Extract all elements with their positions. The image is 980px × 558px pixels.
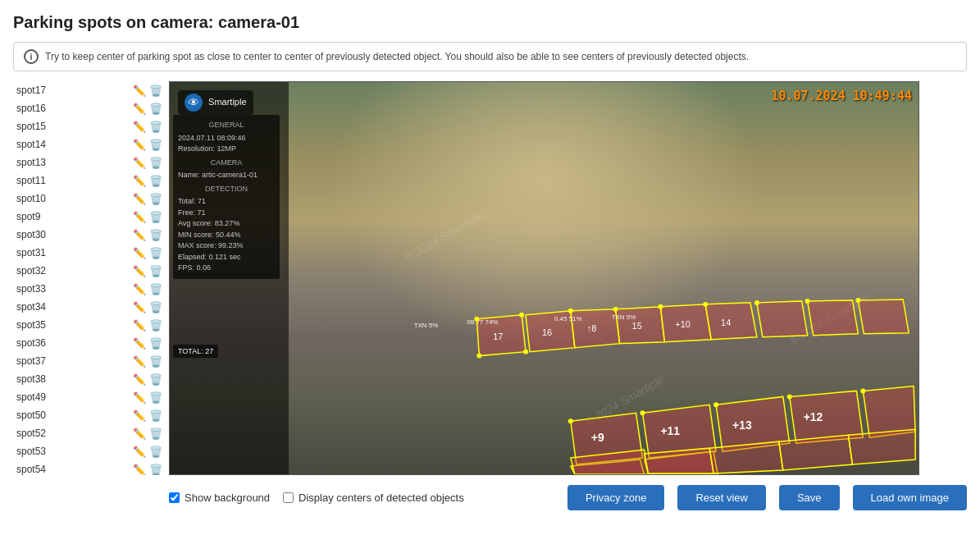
spot-label-13: +12 (804, 410, 823, 423)
spot-icons: ✏️ 🗑️ (133, 445, 162, 458)
spot-name: spot32 (16, 265, 133, 277)
spot-label-10: +9 (591, 431, 604, 444)
spot-delete-icon[interactable]: 🗑️ (149, 210, 162, 223)
spot-delete-icon[interactable]: 🗑️ (149, 391, 162, 404)
spot-name: spot52 (16, 428, 133, 439)
privacy-zone-button[interactable]: Privacy zone (567, 485, 664, 510)
spot-name: spot14 (16, 139, 133, 150)
spot-delete-icon[interactable]: 🗑️ (149, 102, 162, 115)
spot-delete-icon[interactable]: 🗑️ (149, 445, 162, 458)
spot-edit-icon[interactable]: ✏️ (133, 445, 146, 458)
spot-icons: ✏️ 🗑️ (133, 336, 162, 350)
spot-poly-c4 (848, 429, 915, 464)
spot-row: spot38 ✏️ 🗑️ (13, 370, 166, 388)
spot-row: spot17 ✏️ 🗑️ (13, 81, 166, 99)
spot-edit-icon[interactable]: ✏️ (133, 373, 146, 386)
spot-delete-icon[interactable]: 🗑️ (149, 409, 162, 422)
load-own-image-button[interactable]: Load own image (853, 485, 967, 510)
save-button[interactable]: Save (779, 485, 840, 510)
spot-icons: ✏️ 🗑️ (133, 84, 162, 97)
dot-4 (613, 307, 618, 312)
dot-14 (713, 402, 718, 407)
spot-delete-icon[interactable]: 🗑️ (149, 318, 162, 332)
spot-label-4: 15 (632, 321, 642, 331)
spot-delete-icon[interactable]: 🗑️ (149, 156, 162, 169)
spot-delete-icon[interactable]: 🗑️ (149, 264, 162, 277)
spot-icons: ✏️ 🗑️ (133, 102, 162, 115)
spot-name: spot30 (16, 229, 133, 240)
spot-edit-icon[interactable]: ✏️ (133, 138, 146, 151)
spot-edit-icon[interactable]: ✏️ (133, 174, 146, 187)
spot-delete-icon[interactable]: 🗑️ (149, 120, 162, 133)
spot-icons: ✏️ 🗑️ (133, 210, 162, 223)
spot-name: spot16 (16, 103, 133, 114)
spot-delete-icon[interactable]: 🗑️ (149, 300, 162, 313)
spot-icons: ✏️ 🗑️ (133, 156, 162, 169)
dot-15 (787, 394, 792, 399)
spot-delete-icon[interactable]: 🗑️ (149, 282, 162, 295)
page-title: Parking spots on camera: camera-01 (13, 13, 967, 32)
spot-edit-icon[interactable]: ✏️ (133, 120, 146, 133)
spot-edit-icon[interactable]: ✏️ (133, 264, 146, 277)
spot-edit-icon[interactable]: ✏️ (133, 156, 146, 169)
spot-edit-icon[interactable]: ✏️ (133, 228, 146, 241)
spot-name: spot49 (16, 391, 133, 403)
spot-icons: ✏️ 🗑️ (133, 427, 162, 440)
display-centers-label[interactable]: Display centers of detected objects (299, 492, 464, 504)
spot-edit-icon[interactable]: ✏️ (133, 391, 146, 404)
spot-delete-icon[interactable]: 🗑️ (149, 174, 162, 187)
spot-delete-icon[interactable]: 🗑️ (149, 354, 162, 368)
spot-delete-icon[interactable]: 🗑️ (149, 192, 162, 205)
spot-edit-icon[interactable]: ✏️ (133, 354, 146, 368)
spot-edit-icon[interactable]: ✏️ (133, 102, 146, 115)
spot-edit-icon[interactable]: ✏️ (133, 246, 146, 259)
spot-icons: ✏️ 🗑️ (133, 300, 162, 313)
spot-edit-icon[interactable]: ✏️ (133, 409, 146, 422)
bottom-toolbar: Show background Display centers of detec… (169, 475, 967, 514)
spot-icons: ✏️ 🗑️ (133, 373, 162, 386)
dot-6 (703, 302, 708, 307)
spot-name: spot17 (16, 85, 133, 96)
spot-icons: ✏️ 🗑️ (133, 409, 162, 422)
spot-edit-icon[interactable]: ✏️ (133, 427, 146, 440)
spot-small-label: TXN 5% (414, 322, 439, 329)
spot-edit-icon[interactable]: ✏️ (133, 463, 146, 475)
spot-label-3: ↑8 (587, 323, 597, 333)
spot-label-5: +10 (675, 319, 691, 329)
spot-row: spot9 ✏️ 🗑️ (13, 208, 166, 226)
reset-view-button[interactable]: Reset view (677, 485, 766, 510)
spot-delete-icon[interactable]: 🗑️ (149, 336, 162, 350)
spot-name: spot11 (16, 175, 133, 186)
spot-delete-icon[interactable]: 🗑️ (149, 84, 162, 97)
spot-delete-icon[interactable]: 🗑️ (149, 246, 162, 259)
spot-edit-icon[interactable]: ✏️ (133, 84, 146, 97)
spot-row: spot15 ✏️ 🗑️ (13, 117, 166, 135)
dot-7 (754, 300, 759, 305)
show-background-checkbox[interactable] (169, 492, 180, 503)
spot-delete-icon[interactable]: 🗑️ (149, 463, 162, 475)
spot-edit-icon[interactable]: ✏️ (133, 282, 146, 295)
spot-delete-icon[interactable]: 🗑️ (149, 427, 162, 440)
dot-9 (855, 298, 860, 303)
spot-edit-icon[interactable]: ✏️ (133, 336, 146, 350)
page-wrapper: Parking spots on camera: camera-01 i Try… (0, 0, 980, 558)
spot-label-6: 14 (721, 318, 731, 327)
spot-delete-icon[interactable]: 🗑️ (149, 373, 162, 386)
spot-edit-icon[interactable]: ✏️ (133, 192, 146, 205)
spot-poly-c3 (779, 435, 853, 470)
spot-label-1: 17 (493, 332, 503, 341)
spot-label-12: +13 (732, 418, 752, 432)
dot-1 (474, 317, 479, 322)
display-centers-checkbox[interactable] (283, 492, 294, 503)
spot-delete-icon[interactable]: 🗑️ (149, 138, 162, 151)
spot-edit-icon[interactable]: ✏️ (133, 300, 146, 313)
spot-name: spot37 (16, 355, 133, 367)
show-background-label[interactable]: Show background (185, 492, 270, 504)
spot-row: spot36 ✏️ 🗑️ (13, 334, 166, 352)
spot-edit-icon[interactable]: ✏️ (133, 210, 146, 223)
spot-edit-icon[interactable]: ✏️ (133, 318, 146, 332)
spot-delete-icon[interactable]: 🗑️ (149, 228, 162, 241)
spot-icons: ✏️ 🗑️ (133, 120, 162, 133)
spot-label-11: +11 (660, 424, 680, 437)
spot-row: spot13 ✏️ 🗑️ (13, 153, 166, 172)
